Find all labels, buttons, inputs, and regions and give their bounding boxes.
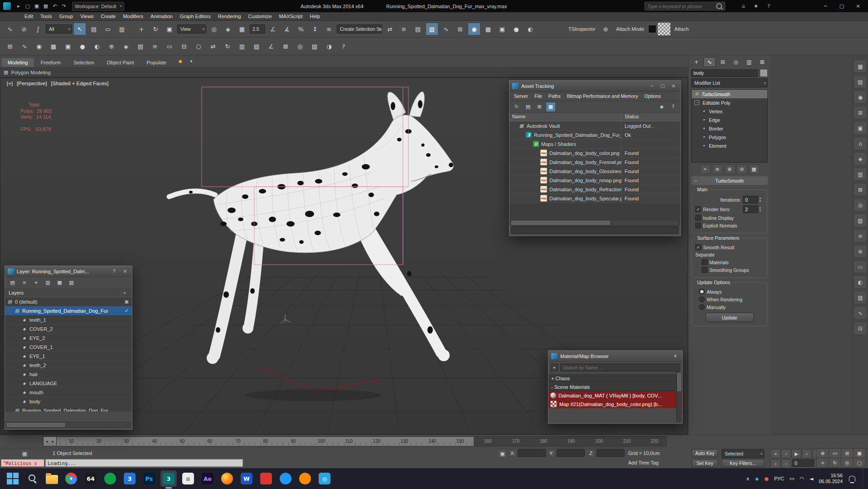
isoline-display-checkbox[interactable]	[695, 215, 701, 221]
modifier-stack-item[interactable]: TurboSmooth	[692, 90, 767, 98]
ribbon-tab[interactable]: Object Paint	[101, 58, 140, 67]
material-search-input[interactable]	[560, 363, 680, 372]
menu-item[interactable]: Options	[642, 92, 664, 100]
isolate-selection-icon[interactable]: ▦	[20, 449, 29, 458]
render-iters-checkbox[interactable]	[695, 206, 701, 212]
selection-filter-dropdown[interactable]: All	[46, 24, 72, 34]
menu-item[interactable]: Create	[97, 13, 119, 20]
menu-item[interactable]: Customize	[245, 13, 276, 20]
menu-item[interactable]: Graph Editors	[176, 13, 214, 20]
menu-item[interactable]: Group	[56, 13, 77, 20]
frame-ruler[interactable]: 1020304050607080901001101201301401501601…	[43, 436, 667, 446]
modifier-stack-item[interactable]: Editable Poly	[692, 98, 767, 107]
material-vertical-scrollbar[interactable]	[676, 372, 682, 422]
render-setup-icon[interactable]: ▩	[482, 23, 495, 35]
hatch-tool-icon[interactable]: ▧	[250, 40, 263, 53]
asset-path-input[interactable]	[511, 226, 679, 234]
at-minimize-icon[interactable]: ─	[648, 82, 656, 90]
layer-row[interactable]: 0 (default)	[5, 297, 132, 306]
help-icon[interactable]: ?	[110, 268, 118, 275]
tray-chevron-icon[interactable]: ∧	[746, 476, 750, 482]
communication-center-icon[interactable]: ⌂	[739, 2, 748, 10]
keyboard-override-icon[interactable]: ▦	[236, 23, 248, 35]
layer-explorer-title-bar[interactable]: Layer: Running_Spotted_Dalm... ? ×	[5, 266, 132, 277]
turbosmooth-rollout-header[interactable]: − TurboSmooth	[691, 176, 768, 185]
compact-material-editor-icon[interactable]: ◉	[33, 40, 45, 53]
start-button[interactable]	[5, 470, 21, 487]
ribbon-config-icon[interactable]: ●	[176, 57, 185, 65]
dock-tool-icon[interactable]: ▣	[854, 122, 866, 134]
hierarchy-tab[interactable]: ⊞	[717, 57, 729, 67]
resolve-paths-icon[interactable]: ◈	[657, 102, 667, 112]
window-crossing-icon[interactable]: ▥	[116, 23, 128, 35]
select-object-icon[interactable]: ↖	[73, 23, 86, 35]
zoom-extents-icon[interactable]: ⊞	[841, 448, 853, 458]
display-tab[interactable]: ▥	[743, 57, 755, 67]
dock-tool-icon[interactable]: ▧	[854, 215, 866, 226]
use-pivot-center-icon[interactable]: ◎	[208, 23, 220, 35]
dock-tool-icon[interactable]: ≡	[854, 230, 866, 242]
asset-table-row[interactable]: Maps / Shaders	[509, 140, 680, 149]
field-of-view-icon[interactable]: ◎	[841, 458, 853, 468]
create-new-layer-icon[interactable]: ▤	[7, 278, 18, 288]
asset-table-row[interactable]: Dalmatian_dog_body_color.png Found	[509, 149, 680, 158]
angle-tool-icon[interactable]: ∠	[265, 40, 277, 53]
dock-tool-icon[interactable]: ◈	[854, 153, 866, 165]
asset-table-row[interactable]: Dalmatian_dog_body_Specular.png Found	[509, 194, 680, 203]
key-filter-dropdown[interactable]: Selected	[722, 449, 764, 458]
array-icon[interactable]: ⊞	[4, 40, 16, 53]
next-frame-icon[interactable]: ›	[802, 449, 812, 458]
collapse-tool-icon[interactable]: ⊟	[178, 40, 190, 53]
layer-row[interactable]: teeth_1	[5, 315, 132, 324]
menu-item[interactable]: Animation	[147, 13, 176, 20]
sphere-tool-icon[interactable]: ○	[192, 40, 205, 53]
material-list-item[interactable]: Map #21(Dalmatian_dog_body_color.png) [b…	[548, 400, 682, 408]
layer-row[interactable]: Running_Spotted_Dalmatian_Dog_Fur	[5, 306, 132, 315]
update-option-radio-row[interactable]: Manually	[695, 304, 764, 310]
wifi-icon[interactable]: ◠	[800, 476, 804, 482]
make-unique-icon[interactable]: ⊕	[724, 165, 735, 174]
keyword-search-box[interactable]	[645, 2, 725, 10]
material-editor-icon[interactable]: ◉	[468, 23, 480, 35]
iterations-field[interactable]	[743, 196, 758, 203]
select-and-scale-icon[interactable]: ▣	[163, 23, 176, 35]
smooth-result-checkbox[interactable]	[695, 244, 701, 250]
render-iterative-icon[interactable]: ◐	[91, 40, 103, 53]
dock-tool-icon[interactable]: ▤	[854, 76, 866, 87]
go-to-start-icon[interactable]: «	[771, 449, 781, 458]
dock-tool-icon[interactable]: ⊠	[854, 184, 866, 195]
refresh-icon[interactable]: ↻	[512, 102, 522, 112]
previous-frame-icon[interactable]: ‹	[781, 449, 791, 458]
table-view-icon[interactable]: ▦	[546, 102, 556, 112]
attach-button[interactable]: Attach	[674, 26, 689, 32]
add-selection-to-layer-icon[interactable]: +	[31, 278, 41, 288]
asset-table-row[interactable]: Dalmatian_dog_body_Fresnel.png Found	[509, 158, 680, 167]
x-coordinate-field[interactable]	[518, 449, 546, 457]
modifier-list-dropdown[interactable]: Modifier List	[691, 78, 768, 87]
ribbon-tab[interactable]: Freeform	[35, 58, 67, 67]
keyword-search-input[interactable]	[645, 4, 716, 9]
asset-table-row[interactable]: Dalmatian_dog_body_Glossiness.png Found	[509, 167, 680, 176]
play-animation-icon[interactable]: ▶	[791, 449, 801, 458]
materials-checkbox[interactable]	[702, 259, 708, 265]
object-color-swatch[interactable]	[760, 69, 768, 77]
smoothing-groups-checkbox[interactable]	[702, 267, 708, 273]
dock-tool-icon[interactable]: ▦	[854, 61, 866, 72]
minimize-window-icon[interactable]: ─	[817, 1, 834, 11]
current-frame-field[interactable]	[792, 459, 814, 467]
percent-snap-icon[interactable]: %	[295, 23, 307, 35]
layer-row[interactable]: EYE_1	[5, 352, 132, 361]
red-app-icon[interactable]	[258, 470, 274, 487]
menu-item[interactable]: Edit	[21, 13, 37, 20]
ribbon-minimize-icon[interactable]: ▾	[187, 57, 196, 65]
select-and-link-icon[interactable]: ∿	[4, 23, 16, 35]
list-view-icon[interactable]: ▤	[523, 102, 533, 112]
after-effects-icon[interactable]: Ae	[199, 470, 216, 487]
blue-app-icon[interactable]	[277, 470, 294, 487]
configure-modifier-sets-icon[interactable]: ▦	[749, 165, 760, 174]
section-tool-icon[interactable]: ▭	[163, 40, 176, 53]
menu-item[interactable]: Modifiers	[119, 13, 147, 20]
layer-row[interactable]: COVER_2	[5, 324, 132, 334]
menu-item[interactable]: Paths	[546, 92, 563, 100]
unlink-selection-icon[interactable]: ⊘	[18, 23, 30, 35]
